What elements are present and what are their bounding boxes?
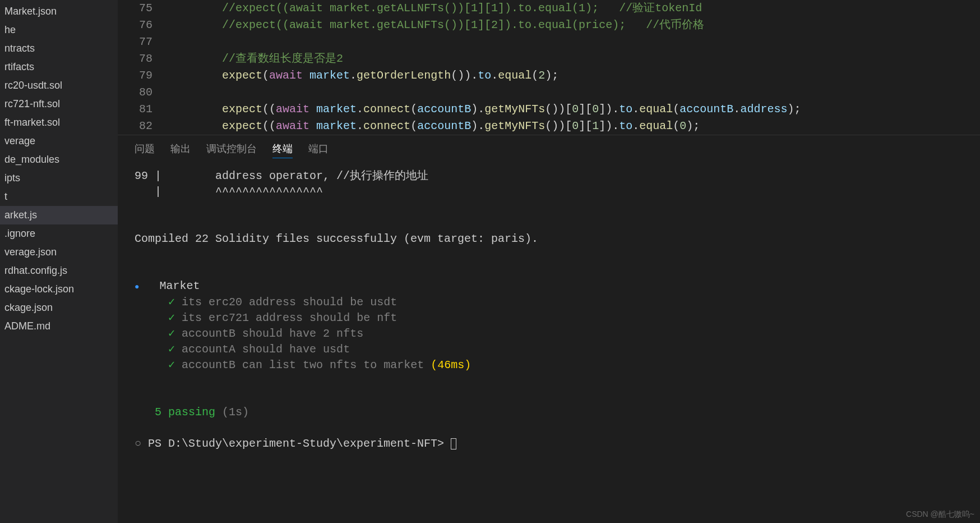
- panel-tab[interactable]: 输出: [170, 140, 191, 158]
- sidebar-item[interactable]: de_modules: [0, 150, 118, 169]
- code-line[interactable]: expect((await market.connect(accountB).g…: [168, 118, 980, 135]
- code-line[interactable]: expect(await market.getOrderLength()).to…: [168, 67, 980, 84]
- sidebar-item[interactable]: rdhat.config.js: [0, 262, 118, 280]
- sidebar-item[interactable]: verage: [0, 132, 118, 150]
- code-line[interactable]: //查看数组长度是否是2: [168, 51, 980, 67]
- sidebar-item[interactable]: t: [0, 187, 118, 206]
- terminal-line: [135, 247, 963, 263]
- sidebar-item[interactable]: ipts: [0, 169, 118, 187]
- terminal-line: 5 passing (1s): [135, 405, 963, 420]
- code-editor[interactable]: 7576777879808182 //expect((await market.…: [118, 0, 980, 135]
- panel-tab[interactable]: 调试控制台: [206, 140, 257, 158]
- terminal-line: ✓ its erc20 address should be usdt: [135, 295, 963, 310]
- code-content[interactable]: //expect((await market.getALLNFTs())[1][…: [168, 0, 980, 135]
- terminal-content[interactable]: 99 | address operator, //执行操作的地址 | ^^^^^…: [118, 163, 980, 523]
- sidebar-item[interactable]: arket.js: [0, 206, 118, 224]
- line-number: 77: [118, 34, 152, 51]
- terminal-line: ✓ its erc721 address should be nft: [135, 310, 963, 326]
- line-number: 75: [118, 0, 152, 17]
- line-gutter: 7576777879808182: [118, 0, 168, 135]
- terminal-line: [135, 389, 963, 405]
- line-number: 79: [118, 67, 152, 84]
- sidebar-item[interactable]: ckage-lock.json: [0, 280, 118, 299]
- sidebar-item[interactable]: rtifacts: [0, 58, 118, 76]
- code-line[interactable]: //expect((await market.getALLNFTs())[1][…: [168, 17, 980, 34]
- sidebar-item[interactable]: he: [0, 21, 118, 39]
- terminal-line: [135, 263, 963, 278]
- line-number: 78: [118, 51, 152, 67]
- code-line[interactable]: [168, 34, 980, 51]
- panel-tab[interactable]: 终端: [272, 140, 293, 158]
- terminal-line: Compiled 22 Solidity files successfully …: [135, 231, 963, 247]
- terminal-line: [135, 373, 963, 389]
- line-number: 81: [118, 101, 152, 118]
- line-number: 80: [118, 84, 152, 101]
- line-number: 76: [118, 17, 152, 34]
- terminal-line: ○ PS D:\Study\experiment-Study\experimen…: [135, 436, 963, 452]
- sidebar-item[interactable]: .ignore: [0, 224, 118, 243]
- terminal-line: [135, 215, 963, 231]
- terminal-line: | ^^^^^^^^^^^^^^^^: [135, 184, 963, 200]
- bottom-panel: 问题输出调试控制台终端端口 99 | address operator, //执…: [118, 135, 980, 523]
- sidebar-item[interactable]: rc721-nft.sol: [0, 95, 118, 113]
- code-line[interactable]: //expect((await market.getALLNFTs())[1][…: [168, 0, 980, 17]
- code-line[interactable]: [168, 84, 980, 101]
- watermark: CSDN @酷七嗷呜~: [906, 510, 974, 520]
- sidebar-item[interactable]: Market.json: [0, 2, 118, 21]
- sidebar-item[interactable]: verage.json: [0, 243, 118, 262]
- sidebar-item[interactable]: ft-market.sol: [0, 113, 118, 132]
- sidebar-item[interactable]: ntracts: [0, 39, 118, 58]
- terminal-line: 99 | address operator, //执行操作的地址: [135, 168, 963, 184]
- sidebar-item[interactable]: ckage.json: [0, 299, 118, 317]
- code-line[interactable]: expect((await market.connect(accountB).g…: [168, 101, 980, 118]
- terminal-line: ● Market: [135, 278, 963, 295]
- terminal-line: ✓ accountB should have 2 nfts: [135, 326, 963, 342]
- terminal-line: ✓ accountA should have usdt: [135, 342, 963, 357]
- panel-tab[interactable]: 端口: [308, 140, 329, 158]
- sidebar-item[interactable]: rc20-usdt.sol: [0, 76, 118, 95]
- panel-tabs: 问题输出调试控制台终端端口: [118, 135, 980, 163]
- terminal-line: ✓ accountB can list two nfts to market (…: [135, 357, 963, 373]
- panel-tab[interactable]: 问题: [135, 140, 155, 158]
- terminal-line: [135, 200, 963, 215]
- terminal-line: [135, 420, 963, 436]
- sidebar-item[interactable]: ADME.md: [0, 317, 118, 336]
- file-explorer[interactable]: Market.jsonhentractsrtifactsrc20-usdt.so…: [0, 0, 118, 523]
- line-number: 82: [118, 118, 152, 135]
